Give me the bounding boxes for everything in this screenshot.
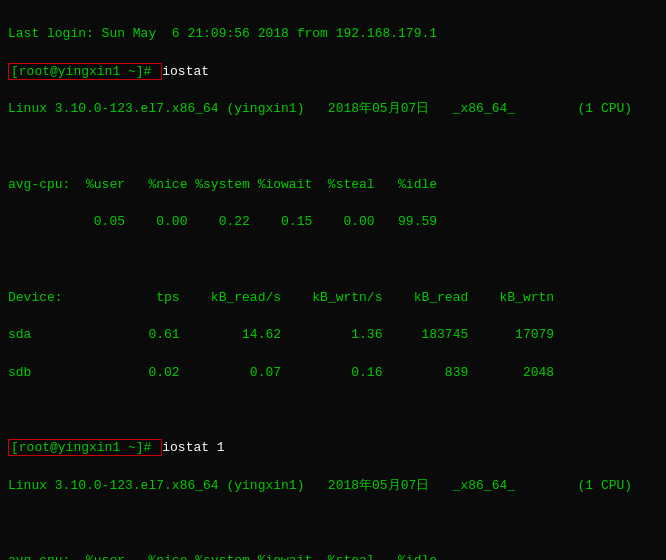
sda1: sda 0.61 14.62 1.36 183745 17079 bbox=[8, 326, 658, 345]
blank4 bbox=[8, 515, 658, 534]
command2: iostat 1 bbox=[162, 440, 224, 455]
avg-cpu-header1: avg-cpu: %user %nice %system %iowait %st… bbox=[8, 176, 658, 195]
command1: iostat bbox=[162, 64, 209, 79]
avg-cpu-header2: avg-cpu: %user %nice %system %iowait %st… bbox=[8, 552, 658, 560]
device-header1: Device: tps kB_read/s kB_wrtn/s kB_read … bbox=[8, 289, 658, 308]
sdb1: sdb 0.02 0.07 0.16 839 2048 bbox=[8, 364, 658, 383]
blank1 bbox=[8, 138, 658, 157]
linux-line2: Linux 3.10.0-123.el7.x86_64 (yingxin1) 2… bbox=[8, 477, 658, 496]
prompt1: [root@yingxin1 ~]# bbox=[8, 63, 162, 80]
prompt-cmd1-line: [root@yingxin1 ~]# iostat bbox=[8, 63, 658, 82]
prompt2-box: [root@yingxin1 ~]# bbox=[8, 439, 162, 456]
prompt-cmd2-line: [root@yingxin1 ~]# iostat 1 bbox=[8, 439, 658, 458]
prompt2: [root@yingxin1 ~]# bbox=[8, 439, 162, 456]
linux-line1: Linux 3.10.0-123.el7.x86_64 (yingxin1) 2… bbox=[8, 100, 658, 119]
blank2 bbox=[8, 251, 658, 270]
terminal: Last login: Sun May 6 21:09:56 2018 from… bbox=[8, 6, 658, 560]
blank3 bbox=[8, 402, 658, 421]
prompt1-box: [root@yingxin1 ~]# bbox=[8, 63, 162, 80]
login-line: Last login: Sun May 6 21:09:56 2018 from… bbox=[8, 25, 658, 44]
avg-cpu-vals1: 0.05 0.00 0.22 0.15 0.00 99.59 bbox=[8, 213, 658, 232]
